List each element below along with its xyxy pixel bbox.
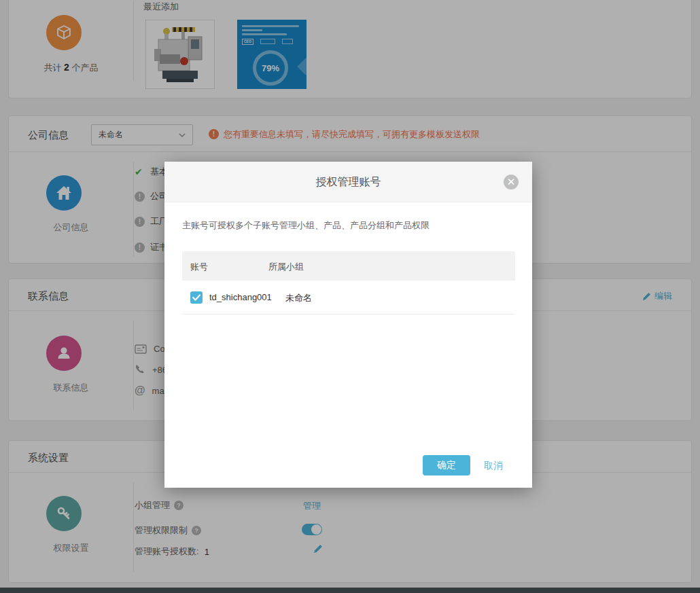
account-name: td_shichang001 (209, 292, 272, 302)
authorize-accounts-modal: 授权管理账号 ✕ 主账号可授权多个子账号管理小组、产品、产品分组和产品权限 账号… (164, 162, 532, 488)
account-row: td_shichang001 未命名 (182, 281, 515, 315)
cancel-button[interactable]: 取消 (484, 455, 503, 475)
column-header-account: 账号 (190, 261, 208, 273)
modal-description: 主账号可授权多个子账号管理小组、产品、产品分组和产品权限 (182, 219, 514, 232)
accounts-table-header: 账号 所属小组 (182, 251, 515, 281)
check-icon (192, 294, 200, 301)
close-icon[interactable]: ✕ (504, 175, 519, 190)
ok-button[interactable]: 确定 (423, 455, 470, 475)
modal-header: 授权管理账号 ✕ (164, 162, 532, 202)
accounts-table: 账号 所属小组 td_shichang001 未命名 (182, 251, 515, 315)
account-checkbox-checked[interactable] (190, 291, 203, 304)
account-group: 未命名 (285, 292, 312, 304)
column-header-group: 所属小组 (268, 261, 304, 273)
modal-title: 授权管理账号 (164, 162, 532, 202)
